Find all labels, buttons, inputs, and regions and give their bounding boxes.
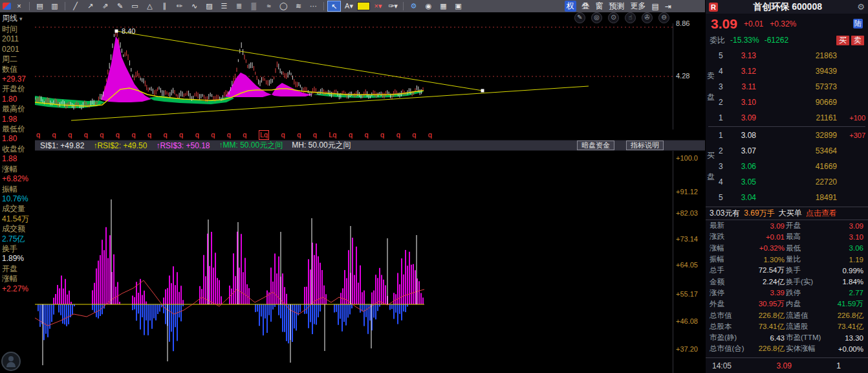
event-marker[interactable]: q bbox=[365, 131, 369, 139]
sidebar-info-item: 开盘 bbox=[2, 264, 35, 274]
help-floating-button[interactable] bbox=[1, 352, 21, 371]
pencil-tool-icon[interactable]: ✎ bbox=[113, 1, 127, 12]
event-marker[interactable]: q bbox=[380, 131, 384, 139]
grid-view-icon[interactable]: ▦ bbox=[437, 1, 450, 12]
buy-button[interactable]: 买 bbox=[836, 36, 849, 45]
event-marker[interactable]: q bbox=[147, 131, 151, 139]
app-logo[interactable] bbox=[3, 3, 11, 10]
sidebar-info-item: 2011 bbox=[2, 34, 35, 44]
rights-button[interactable]: 权 bbox=[565, 1, 576, 12]
brush-tool-icon[interactable]: ✏ bbox=[173, 1, 186, 12]
circle-tool-icon[interactable]: ◯ bbox=[277, 1, 290, 12]
event-marker[interactable]: q bbox=[195, 131, 199, 139]
event-marker[interactable]: q bbox=[68, 131, 72, 139]
sidebar-info-item: 周二 bbox=[2, 54, 35, 64]
event-marker[interactable]: q bbox=[349, 131, 353, 139]
event-marker[interactable]: q bbox=[428, 131, 432, 139]
indicator-button[interactable]: 指标说明 bbox=[626, 141, 664, 150]
window-button[interactable]: 窗 bbox=[596, 1, 603, 12]
sell-button[interactable]: 卖 bbox=[851, 36, 864, 45]
event-marker[interactable]: q bbox=[211, 131, 215, 139]
color-swatch[interactable] bbox=[357, 2, 370, 10]
event-marker[interactable]: q bbox=[84, 131, 88, 139]
event-marker[interactable]: q bbox=[313, 131, 317, 139]
sell-row[interactable]: 4 3.12 39439 bbox=[716, 63, 868, 79]
more-tools-icon[interactable]: ⋯ bbox=[307, 1, 320, 12]
event-marker[interactable]: q bbox=[36, 131, 40, 139]
indicator-button[interactable]: 暗盘资金 bbox=[577, 141, 614, 150]
sell-row[interactable]: 2 3.10 90669 bbox=[716, 95, 868, 110]
buy-row[interactable]: 5 3.04 18491 bbox=[716, 190, 868, 205]
triangle-tool-icon[interactable]: △ bbox=[143, 1, 157, 12]
buy-row[interactable]: 3 3.06 41669 bbox=[716, 159, 868, 174]
zigzag-tool-icon[interactable]: ≈ bbox=[262, 1, 276, 12]
oscillator-chart[interactable] bbox=[35, 151, 673, 373]
layout-icon[interactable]: ▣ bbox=[451, 1, 465, 12]
big-order-link[interactable]: 点击查看 bbox=[806, 208, 837, 219]
sell-row[interactable]: 5 3.13 21863 bbox=[716, 48, 868, 63]
eye-mini-icon[interactable]: ◎ bbox=[591, 12, 602, 23]
event-marker[interactable]: q bbox=[116, 131, 120, 139]
settings-gear-icon[interactable]: ⚙ bbox=[407, 1, 420, 12]
gear-icon[interactable]: ⚙ bbox=[857, 2, 865, 12]
wave-tool-icon[interactable]: ∿ bbox=[188, 1, 201, 12]
event-marker[interactable]: q bbox=[412, 131, 416, 139]
event-marker[interactable]: q bbox=[100, 131, 103, 139]
parallel-tool-icon[interactable]: ≋ bbox=[292, 1, 305, 12]
buy-row[interactable]: 2 3.07 53464 bbox=[716, 143, 868, 159]
more-button[interactable]: 更多 bbox=[631, 1, 646, 12]
sidebar-info-item: 开盘价 bbox=[2, 84, 35, 94]
forecast-button[interactable]: 预测 bbox=[609, 1, 625, 12]
stock-name: 首创环保 bbox=[753, 1, 789, 12]
delete-drawing-icon[interactable]: ×▾ bbox=[371, 1, 385, 12]
event-marker[interactable]: q bbox=[396, 131, 400, 139]
bars-tool-icon[interactable]: ☰ bbox=[217, 1, 231, 12]
line-style-icon[interactable]: ✑▾ bbox=[386, 1, 400, 12]
visibility-eye-icon[interactable]: ◉ bbox=[422, 1, 435, 12]
sell-row[interactable]: 3 3.11 57373 bbox=[716, 79, 868, 95]
hand-mini-icon[interactable]: ☝ bbox=[625, 12, 636, 23]
tick-tape-row[interactable]: 14:05 3.09 1 bbox=[706, 357, 868, 373]
stat-row: 总市值(合) 226.8亿 实体涨幅 +0.00% bbox=[710, 343, 864, 354]
line-tool-icon[interactable]: ╱ bbox=[69, 1, 82, 12]
sell-row[interactable]: 1 3.09 21161 +100 bbox=[716, 110, 868, 126]
period-selector[interactable]: 周线 ▾ bbox=[2, 13, 23, 24]
event-marker[interactable]: q bbox=[227, 131, 231, 139]
event-marker[interactable]: Lq bbox=[259, 130, 269, 140]
event-marker[interactable]: q bbox=[131, 131, 135, 139]
trendline-tool-icon[interactable]: ↗ bbox=[83, 1, 97, 12]
panel-toggle-icon[interactable]: ▤ bbox=[652, 2, 659, 11]
zoom-out-mini-icon[interactable]: ⊖ bbox=[658, 12, 669, 23]
hatch-tool-icon[interactable]: ▨ bbox=[202, 1, 216, 12]
buy-row[interactable]: 1 3.08 32899 +307 bbox=[716, 128, 868, 143]
channel-tool-icon[interactable]: ∥ bbox=[158, 1, 171, 12]
event-marker[interactable]: q bbox=[297, 131, 301, 139]
overlay-button[interactable]: 叠 bbox=[582, 1, 590, 12]
event-marker[interactable]: q bbox=[243, 131, 246, 139]
area-tool-icon[interactable]: ▒ bbox=[247, 1, 261, 12]
event-marker[interactable]: q bbox=[179, 131, 183, 139]
draw-mini-icon[interactable]: ✎ bbox=[574, 12, 585, 23]
event-marker[interactable]: Lq bbox=[329, 131, 336, 139]
event-marker[interactable]: q bbox=[164, 131, 168, 139]
crosshair-mini-icon[interactable]: ⊙ bbox=[608, 12, 619, 23]
lock-mini-icon[interactable]: ✇ bbox=[642, 12, 653, 23]
align-panel-icon[interactable]: ▤ bbox=[33, 1, 47, 12]
buy-char: 买 bbox=[707, 150, 715, 161]
last-price: 3.09 bbox=[711, 16, 737, 32]
sidebar-info-item: 涨幅 bbox=[2, 274, 35, 284]
text-tool-icon[interactable]: A▾ bbox=[342, 1, 356, 12]
collapse-right-icon[interactable]: ⇥ bbox=[665, 2, 671, 11]
hlines-tool-icon[interactable]: ≣ bbox=[232, 1, 246, 12]
weekly-candlestick-chart[interactable]: 8.40 bbox=[35, 23, 673, 130]
close-icon[interactable]: × bbox=[12, 1, 26, 12]
event-marker[interactable]: q bbox=[52, 131, 56, 139]
ray-tool-icon[interactable]: ⇗ bbox=[98, 1, 112, 12]
oscillator-axis-label: +73.14 bbox=[676, 235, 698, 243]
select-cursor-icon[interactable]: ↖ bbox=[327, 1, 341, 12]
rect-tool-icon[interactable]: ▭ bbox=[128, 1, 142, 12]
align-grid-icon[interactable]: ▥ bbox=[48, 1, 61, 12]
sidebar-info-item: +29.37 bbox=[2, 74, 35, 84]
event-marker[interactable]: q bbox=[281, 131, 285, 139]
buy-row[interactable]: 4 3.05 22720 bbox=[716, 174, 868, 190]
